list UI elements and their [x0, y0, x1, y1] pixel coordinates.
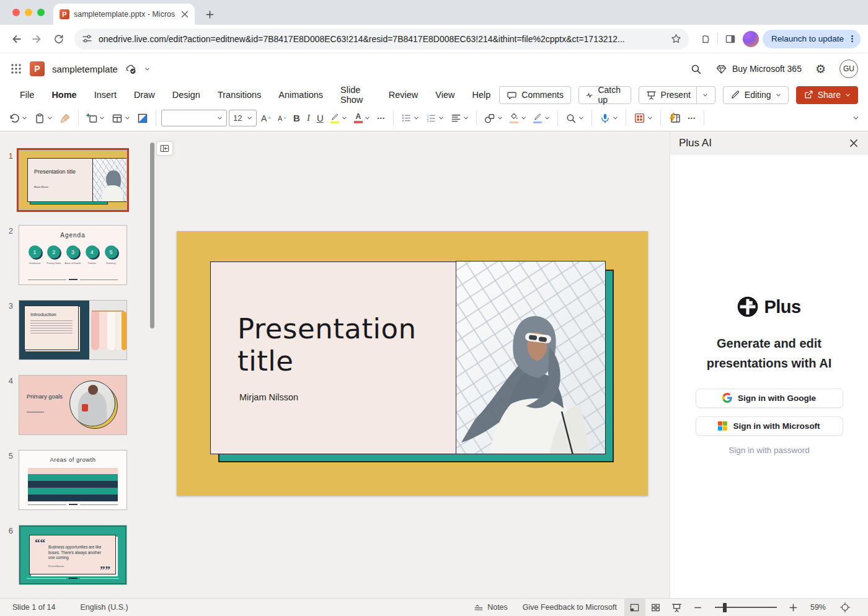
- maximize-window-button[interactable]: [37, 9, 45, 16]
- catch-up-button[interactable]: Catch up: [578, 86, 631, 104]
- tab-close-icon[interactable]: [180, 9, 190, 19]
- zoom-slider-thumb[interactable]: [723, 603, 727, 612]
- shape-outline-button[interactable]: [531, 109, 552, 128]
- grow-font-button[interactable]: A˄: [259, 109, 273, 128]
- new-tab-button[interactable]: [201, 6, 218, 23]
- more-font-options-button[interactable]: ⋯: [374, 109, 388, 128]
- tab-slide-show[interactable]: Slide Show: [332, 85, 380, 105]
- forward-button[interactable]: [29, 30, 46, 48]
- paste-button[interactable]: [32, 109, 55, 128]
- tab-review[interactable]: Review: [380, 90, 427, 100]
- sign-in-with-microsoft-button[interactable]: Sign in with Microsoft: [696, 416, 843, 436]
- more-commands-button[interactable]: ⋯: [685, 109, 699, 128]
- slide-sorter-view-button[interactable]: [645, 599, 666, 616]
- undo-button[interactable]: [6, 109, 30, 128]
- slide-subtitle-text[interactable]: Mirjam Nilsson: [239, 392, 298, 402]
- browser-profile-avatar[interactable]: [743, 31, 759, 47]
- editing-mode-button[interactable]: Editing: [723, 86, 789, 104]
- slide-thumbnail-4[interactable]: Primary goals: [19, 375, 127, 435]
- buy-microsoft-365-button[interactable]: Buy Microsoft 365: [715, 63, 802, 75]
- text-highlight-button[interactable]: [328, 109, 350, 128]
- file-menu-chevron-icon[interactable]: [144, 66, 150, 72]
- minimize-window-button[interactable]: [25, 9, 32, 16]
- slide-thumbnail-5[interactable]: Areas of growth: [19, 450, 127, 510]
- shapes-button[interactable]: [482, 109, 505, 128]
- slide-title-text[interactable]: Presentation title: [237, 313, 448, 377]
- notes-button[interactable]: Notes: [466, 599, 515, 616]
- align-text-button[interactable]: [448, 109, 471, 128]
- url-text[interactable]: onedrive.live.com/edit?action=editnew&id…: [99, 34, 665, 44]
- zoom-in-button[interactable]: [783, 599, 804, 616]
- fit-to-window-button[interactable]: [835, 599, 856, 616]
- format-painter-button[interactable]: [57, 109, 73, 128]
- quick-actions-button[interactable]: [666, 109, 683, 128]
- give-feedback-link[interactable]: Give Feedback to Microsoft: [515, 599, 624, 616]
- comments-button[interactable]: Comments: [499, 86, 571, 104]
- slide-thumbnail-6[interactable]: ““ Business opportunities are like buses…: [19, 525, 127, 585]
- zoom-out-button[interactable]: [688, 599, 709, 616]
- zoom-slider[interactable]: [715, 607, 777, 608]
- sign-in-with-password-link[interactable]: Sign in with password: [728, 446, 810, 455]
- underline-button[interactable]: U: [314, 109, 326, 128]
- slide-photo[interactable]: [456, 261, 606, 454]
- url-bar[interactable]: onedrive.live.com/edit?action=editnew&id…: [74, 29, 689, 50]
- normal-view-button[interactable]: [624, 599, 645, 616]
- numbering-button[interactable]: [423, 109, 446, 128]
- extensions-icon[interactable]: [696, 30, 714, 48]
- present-dropdown[interactable]: [696, 87, 708, 103]
- tab-view[interactable]: View: [427, 90, 463, 100]
- font-color-button[interactable]: A: [352, 109, 373, 128]
- tab-home[interactable]: Home: [43, 90, 85, 100]
- browser-tab[interactable]: P sampletemplate.pptx - Micros: [53, 4, 195, 25]
- share-button[interactable]: Share: [796, 86, 858, 104]
- tab-file[interactable]: File: [11, 90, 43, 100]
- slide-thumbnail-1[interactable]: Presentation title Mirjam Nilsson: [19, 150, 127, 210]
- search-icon[interactable]: [690, 63, 702, 75]
- slide-editor[interactable]: Presentation title Mirjam Nilsson: [177, 231, 648, 496]
- thumbnail-scrollbar[interactable]: [150, 143, 154, 328]
- shrink-font-button[interactable]: A˅: [275, 109, 289, 128]
- back-button[interactable]: [7, 30, 25, 48]
- present-button[interactable]: Present: [639, 86, 715, 104]
- sign-in-with-google-button[interactable]: Sign in with Google: [696, 389, 843, 408]
- font-family-select[interactable]: [161, 110, 227, 126]
- bullets-button[interactable]: [399, 109, 422, 128]
- settings-gear-icon[interactable]: ⚙: [815, 63, 826, 75]
- slide-thumbnail-2[interactable]: Agenda 1Introduction 2Primary Goals 3Are…: [19, 225, 127, 285]
- powerpoint-logo-icon[interactable]: P: [30, 61, 45, 76]
- ribbon-collapse-button[interactable]: [850, 109, 862, 128]
- tab-transitions[interactable]: Transitions: [209, 90, 270, 100]
- shape-fill-button[interactable]: [507, 109, 529, 128]
- tab-draw[interactable]: Draw: [125, 90, 164, 100]
- slide-count-status[interactable]: Slide 1 of 14: [12, 603, 56, 612]
- tab-help[interactable]: Help: [463, 90, 499, 100]
- slideshow-view-button[interactable]: [666, 599, 688, 616]
- tab-insert[interactable]: Insert: [86, 90, 125, 100]
- font-size-select[interactable]: 12: [229, 110, 257, 126]
- browser-menu-kebab-icon[interactable]: [848, 34, 857, 43]
- side-panel-icon[interactable]: [722, 30, 739, 48]
- layout-button[interactable]: [109, 109, 133, 128]
- app-launcher-waffle-icon[interactable]: [10, 63, 22, 75]
- theme-colors-button[interactable]: [135, 109, 151, 128]
- language-status[interactable]: English (U.S.): [81, 603, 128, 612]
- bookmark-star-icon[interactable]: [671, 33, 681, 44]
- tab-design[interactable]: Design: [164, 90, 209, 100]
- new-slide-button[interactable]: [84, 109, 107, 128]
- close-window-button[interactable]: [12, 9, 20, 16]
- reload-button[interactable]: [50, 30, 67, 48]
- slide-thumbnail-3[interactable]: Introduction: [19, 300, 127, 360]
- file-name[interactable]: sampletemplate: [52, 64, 118, 74]
- zoom-level[interactable]: 59%: [804, 603, 835, 612]
- close-panel-icon[interactable]: [848, 138, 859, 149]
- macos-window-controls[interactable]: [0, 0, 53, 25]
- italic-button[interactable]: I: [304, 109, 312, 128]
- find-button[interactable]: [563, 109, 587, 128]
- account-avatar[interactable]: GU: [839, 59, 858, 78]
- relaunch-to-update-button[interactable]: Relaunch to update: [763, 30, 861, 48]
- bold-button[interactable]: B: [291, 109, 303, 128]
- dictate-button[interactable]: [597, 109, 621, 128]
- site-settings-icon[interactable]: [82, 33, 92, 44]
- saved-to-cloud-icon[interactable]: [125, 63, 137, 75]
- designer-button[interactable]: [631, 109, 655, 128]
